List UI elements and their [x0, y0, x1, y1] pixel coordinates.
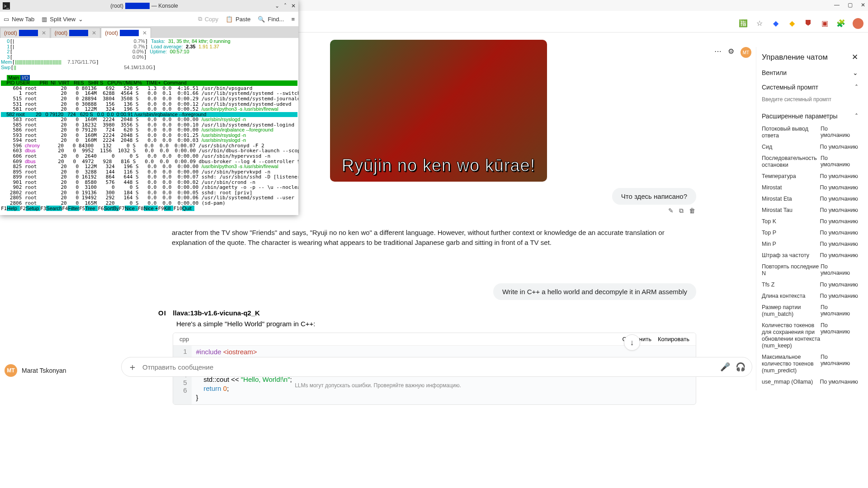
- param-key: Min P: [762, 241, 776, 248]
- scroll-down-button[interactable]: ↓: [624, 334, 640, 351]
- find-button[interactable]: 🔍 Find...: [258, 16, 284, 23]
- param-row[interactable]: Последовательность остановкиПо умолчанию: [762, 153, 858, 171]
- param-row[interactable]: Tfs ZПо умолчанию: [762, 279, 858, 291]
- param-row[interactable]: Top KПо умолчанию: [762, 216, 858, 227]
- extensions-icon[interactable]: 🧩: [836, 19, 845, 28]
- disclaimer-text: LLMs могут допускать ошибки. Проверяйте …: [0, 382, 756, 389]
- param-row[interactable]: Mirostat EtaПо умолчанию: [762, 193, 858, 205]
- favorite-icon[interactable]: ☆: [755, 19, 764, 28]
- ext-icon-shield[interactable]: ⛊: [804, 19, 813, 28]
- panel-title: Управление чатом: [762, 53, 828, 62]
- edit-message-icon[interactable]: ✎: [668, 207, 674, 215]
- param-row[interactable]: Повторять последние NПо умолчанию: [762, 261, 858, 279]
- code-copy-button[interactable]: Копировать: [658, 336, 689, 343]
- chevron-up-icon[interactable]: ˄: [855, 84, 858, 91]
- copy-button[interactable]: ⧉ Copy: [198, 15, 218, 23]
- param-value: По умолчанию: [820, 144, 858, 150]
- param-value: По умолчанию: [820, 282, 858, 288]
- param-value: По умолчанию: [820, 230, 858, 236]
- param-key: Mirostat Tau: [762, 207, 793, 214]
- konsole-tab-0[interactable]: (root)x✕: [0, 28, 50, 38]
- param-key: Tfs Z: [762, 282, 774, 288]
- new-tab-button[interactable]: ▭ New Tab: [4, 16, 34, 23]
- terminal-icon: >_: [3, 2, 10, 9]
- window-close[interactable]: ✕: [861, 2, 865, 8]
- param-key: Максимальное количество токенов (num_pre…: [762, 354, 821, 374]
- param-key: Повторять последние N: [762, 263, 821, 277]
- konsole-toolbar: ▭ New Tab ▥ Split View ⌄ ⧉ Copy 📋 Paste …: [0, 12, 298, 26]
- param-value: По умолчанию: [821, 155, 858, 168]
- model-badge: OI: [158, 309, 166, 317]
- param-value: По умолчанию: [821, 304, 858, 317]
- param-value: По умолчанию: [820, 196, 858, 202]
- param-row[interactable]: Top PПо умолчанию: [762, 227, 858, 239]
- meme-caption: Ryūjin no ken wo kūrae!: [342, 156, 536, 182]
- message-composer: ＋ 🎤 🎧: [121, 357, 752, 377]
- model-name: llava:13b-v1.6-vicuna-q2_K: [173, 309, 260, 317]
- user-avatar: MT: [5, 364, 17, 377]
- ext-icon-yellow[interactable]: ◆: [788, 19, 797, 28]
- ext-icon-red[interactable]: ▣: [820, 19, 829, 28]
- param-row[interactable]: ТемператураПо умолчанию: [762, 171, 858, 182]
- translate-icon[interactable]: 🈯: [739, 19, 748, 28]
- param-key: Размер партии (num_batch): [762, 304, 821, 318]
- param-row[interactable]: СидПо умолчанию: [762, 141, 858, 153]
- param-value: По умолчанию: [821, 126, 858, 138]
- paste-button[interactable]: 📋 Paste: [226, 16, 250, 23]
- assistant-intro: Here's a simple "Hello World" program in…: [176, 320, 696, 328]
- profile-avatar[interactable]: [853, 18, 863, 29]
- chevron-up-icon[interactable]: ˄: [855, 113, 858, 120]
- message-input[interactable]: [142, 363, 715, 371]
- section-advanced[interactable]: Расширенные параметры: [762, 113, 838, 120]
- copy-message-icon[interactable]: ⧉: [679, 207, 684, 215]
- user-name: Marat Tskonyan: [22, 367, 66, 374]
- param-key: Mirostat: [762, 184, 782, 191]
- param-row[interactable]: use_mmap (Ollama)По умолчанию: [762, 376, 858, 388]
- menu-icon[interactable]: ≡: [291, 16, 295, 23]
- param-row[interactable]: Штраф за частотуПо умолчанию: [762, 250, 858, 261]
- window-minimize[interactable]: —: [834, 2, 840, 8]
- section-gates[interactable]: Вентили: [762, 69, 787, 76]
- param-row[interactable]: use_mlock (Ollama)По умолчанию: [762, 388, 858, 390]
- konsole-titlebar[interactable]: >_ (root)x— Konsole ⌄ ˄ ✕: [0, 0, 298, 12]
- param-value: По умолчанию: [820, 218, 858, 225]
- param-row[interactable]: Потоковый вывод ответаПо умолчанию: [762, 123, 858, 141]
- param-key: Сид: [762, 144, 772, 150]
- headphones-icon[interactable]: 🎧: [736, 362, 745, 372]
- title-app: — Konsole: [151, 3, 178, 9]
- param-row[interactable]: MirostatПо умолчанию: [762, 182, 858, 193]
- chevron-down-icon[interactable]: ⌄: [853, 69, 858, 76]
- konsole-close-icon[interactable]: ✕: [291, 3, 296, 9]
- user-message-2: Write in C++ a hello world and decompyle…: [493, 283, 696, 300]
- delete-message-icon[interactable]: 🗑: [689, 207, 695, 215]
- param-row[interactable]: Min PПо умолчанию: [762, 239, 858, 250]
- param-value: По умолчанию: [821, 322, 858, 335]
- param-row[interactable]: Количество токенов для сохранения при об…: [762, 320, 858, 352]
- param-value: По умолчанию: [820, 173, 858, 179]
- param-key: Температура: [762, 173, 796, 180]
- konsole-chev-down-icon[interactable]: ⌄: [275, 3, 279, 9]
- param-row[interactable]: Максимальное количество токенов (num_pre…: [762, 352, 858, 376]
- konsole-tab-2[interactable]: (root)x✕: [101, 28, 151, 38]
- konsole-tab-1[interactable]: (root)x✕: [51, 28, 101, 38]
- split-view-button[interactable]: ▥ Split View ⌄: [42, 16, 83, 23]
- panel-close-icon[interactable]: ✕: [852, 52, 858, 62]
- konsole-chev-up-icon[interactable]: ˄: [284, 3, 287, 9]
- param-row[interactable]: Mirostat TauПо умолчанию: [762, 205, 858, 216]
- window-maximize[interactable]: ▢: [848, 2, 853, 8]
- param-key: Штраф за частоту: [762, 252, 809, 259]
- param-row[interactable]: Длина контекстаПо умолчанию: [762, 291, 858, 302]
- mic-icon[interactable]: 🎤: [720, 362, 730, 372]
- param-row[interactable]: Размер партии (num_batch)По умолчанию: [762, 302, 858, 320]
- ext-icon-blue[interactable]: ◆: [771, 19, 780, 28]
- attach-icon[interactable]: ＋: [128, 361, 137, 373]
- terminal-output[interactable]: 0[| 0.7%] Tasks: 31, 35 thr, 84 kthr; 0 …: [0, 38, 298, 215]
- title-host-hidden: x: [125, 3, 150, 9]
- param-key: Mirostat Eta: [762, 196, 792, 202]
- system-prompt-input[interactable]: [762, 94, 858, 109]
- section-system-prompt[interactable]: Системный промпт: [762, 84, 818, 91]
- param-value: По умолчанию: [820, 379, 858, 385]
- param-value: По умолчанию: [820, 252, 858, 258]
- param-value: По умолчанию: [821, 263, 858, 276]
- user-chip[interactable]: MT Marat Tskonyan: [5, 364, 66, 377]
